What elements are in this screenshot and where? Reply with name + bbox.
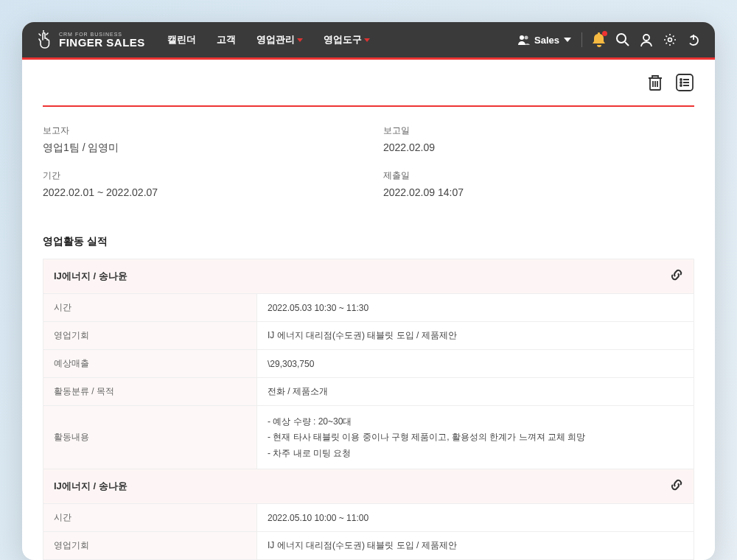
field-label: 제출일 — [383, 169, 694, 182]
svg-point-2 — [617, 34, 626, 43]
detail-label: 활동내용 — [43, 406, 257, 469]
detail-row-revenue: 예상매출 \29,303,750 — [43, 350, 694, 378]
settings-button[interactable] — [663, 33, 677, 46]
divider — [581, 32, 582, 47]
detail-row-time: 시간 2022.05.10 10:00 ~ 11:00 — [43, 504, 694, 532]
notification-dot — [602, 31, 607, 36]
detail-row-category: 활동분류 / 목적 전화 / 제품소개 — [43, 378, 694, 406]
svg-line-3 — [625, 42, 629, 46]
field-label: 기간 — [43, 169, 354, 182]
pointer-icon — [37, 30, 53, 49]
detail-value: 2022.05.03 10:30 ~ 11:30 — [257, 294, 694, 321]
nav-sales-manage[interactable]: 영업관리 — [256, 33, 303, 46]
notifications-button[interactable] — [593, 32, 606, 47]
submit-date-field: 제출일 2022.02.09 14:07 — [383, 169, 694, 198]
detail-value: - 예상 수량 : 20~30대 - 현재 타사 태블릿 이용 중이나 구형 제… — [257, 406, 694, 469]
field-value: 2022.02.01 ~ 2022.02.07 — [43, 186, 354, 198]
detail-label: 영업기회 — [43, 532, 257, 559]
detail-row-opportunity: 영업기회 IJ 에너지 대리점(수도권) 태블릿 도입 / 제품제안 — [43, 322, 694, 350]
detail-label: 시간 — [43, 294, 257, 321]
activity-card-header: IJ에너지 / 송나윤 — [43, 469, 694, 504]
page-content: 보고자 영업1팀 / 임영미 보고일 2022.02.09 기간 2022.02… — [22, 60, 715, 560]
activity-card: IJ에너지 / 송나윤 시간 2022.05.03 10:30 ~ 11:30 … — [43, 259, 694, 469]
link-icon[interactable] — [670, 478, 683, 494]
field-label: 보고자 — [43, 125, 354, 137]
chevron-down-icon — [297, 38, 303, 42]
detail-label: 영업기회 — [43, 322, 257, 349]
user-menu[interactable]: Sales — [518, 35, 571, 46]
period-field: 기간 2022.02.01 ~ 2022.02.07 — [43, 169, 354, 198]
svg-point-0 — [520, 35, 524, 40]
page-toolbar — [43, 73, 694, 92]
nav-customer[interactable]: 고객 — [217, 33, 236, 46]
detail-row-time: 시간 2022.05.03 10:30 ~ 11:30 — [43, 294, 694, 322]
svg-point-5 — [668, 38, 672, 42]
field-label: 보고일 — [383, 125, 694, 137]
svg-point-1 — [525, 36, 528, 40]
chevron-down-icon — [564, 38, 571, 42]
field-value: 2022.02.09 14:07 — [383, 186, 694, 198]
detail-label: 시간 — [43, 504, 257, 531]
detail-label: 활동분류 / 목적 — [43, 378, 257, 405]
chevron-down-icon — [364, 38, 370, 42]
svg-point-4 — [643, 35, 649, 41]
profile-button[interactable] — [640, 33, 653, 46]
user-label: Sales — [534, 35, 559, 46]
link-icon[interactable] — [670, 268, 683, 284]
list-button[interactable] — [675, 73, 694, 92]
search-button[interactable] — [616, 33, 629, 46]
detail-label: 예상매출 — [43, 350, 257, 377]
header-actions: Sales — [518, 32, 700, 47]
svg-point-13 — [680, 85, 682, 86]
detail-value: IJ 에너지 대리점(수도권) 태블릿 도입 / 제품제안 — [257, 532, 694, 559]
detail-value: IJ 에너지 대리점(수도권) 태블릿 도입 / 제품제안 — [257, 322, 694, 349]
field-value: 영업1팀 / 임영미 — [43, 141, 354, 155]
users-icon — [518, 35, 530, 45]
reporter-field: 보고자 영업1팀 / 임영미 — [43, 125, 354, 155]
detail-value: \29,303,750 — [257, 350, 694, 377]
section-title: 영업활동 실적 — [43, 235, 694, 248]
logo[interactable]: CRM FOR BUSINESS FINGER SALES — [37, 30, 145, 49]
detail-row-content: 활동내용 - 예상 수량 : 20~30대 - 현재 타사 태블릿 이용 중이나… — [43, 406, 694, 469]
logo-title: FINGER SALES — [59, 37, 145, 48]
activity-title: IJ에너지 / 송나윤 — [54, 480, 128, 493]
activity-card: IJ에너지 / 송나윤 시간 2022.05.10 10:00 ~ 11:00 … — [43, 469, 694, 560]
app-header: CRM FOR BUSINESS FINGER SALES 캘린더 고객 영업관… — [22, 22, 715, 57]
main-nav: 캘린더 고객 영업관리 영업도구 — [167, 33, 370, 46]
detail-row-opportunity: 영업기회 IJ 에너지 대리점(수도권) 태블릿 도입 / 제품제안 — [43, 532, 694, 559]
delete-button[interactable] — [646, 73, 665, 92]
activity-title: IJ에너지 / 송나윤 — [54, 270, 128, 283]
svg-point-9 — [680, 79, 682, 80]
field-value: 2022.02.09 — [383, 141, 694, 153]
svg-point-11 — [680, 82, 682, 83]
nav-sales-tools[interactable]: 영업도구 — [324, 33, 370, 46]
section-divider — [43, 105, 694, 107]
activity-card-header: IJ에너지 / 송나윤 — [43, 259, 694, 294]
report-date-field: 보고일 2022.02.09 — [383, 125, 694, 155]
power-button[interactable] — [687, 33, 700, 46]
detail-value: 2022.05.10 10:00 ~ 11:00 — [257, 504, 694, 531]
report-summary: 보고자 영업1팀 / 임영미 보고일 2022.02.09 기간 2022.02… — [43, 125, 694, 198]
app-window: CRM FOR BUSINESS FINGER SALES 캘린더 고객 영업관… — [22, 22, 715, 560]
nav-calendar[interactable]: 캘린더 — [167, 33, 196, 46]
detail-value: 전화 / 제품소개 — [257, 378, 694, 405]
